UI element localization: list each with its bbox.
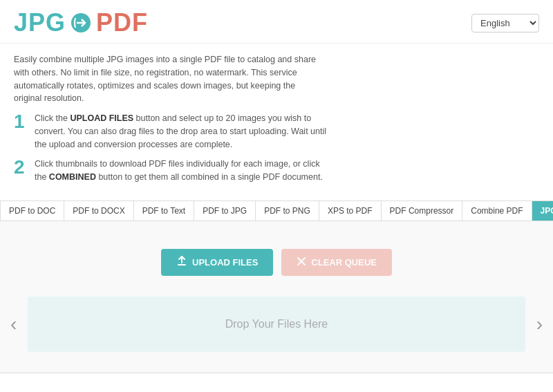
logo-jpg: JPG: [14, 8, 66, 37]
clear-icon: [297, 256, 306, 268]
drop-zone-wrapper: ‹ Drop Your Files Here ›: [28, 297, 525, 352]
tab-xps-to-pdf[interactable]: XPS to PDF: [319, 201, 382, 221]
step-2-bold: COMBINED: [49, 172, 96, 182]
next-arrow-icon[interactable]: ›: [529, 313, 550, 335]
upload-files-button[interactable]: UPLOAD FILES: [161, 249, 273, 276]
logo-arrow-icon: [70, 12, 92, 34]
step-1-number: 1: [14, 112, 28, 131]
header: JPG PDF English Français Español Deutsch…: [0, 0, 553, 44]
upload-icon: [176, 256, 187, 269]
step-2-text: Click thumbnails to download PDF files i…: [35, 158, 332, 184]
drop-zone-label: Drop Your Files Here: [225, 318, 328, 330]
tab-pdf-to-jpg[interactable]: PDF to JPG: [194, 201, 256, 221]
step-2-number: 2: [14, 158, 28, 177]
upload-button-label: UPLOAD FILES: [192, 257, 258, 268]
tabs-bar: PDF to DOC PDF to DOCX PDF to Text PDF t…: [0, 200, 553, 221]
drop-zone[interactable]: Drop Your Files Here: [28, 297, 525, 352]
main-area: UPLOAD FILES CLEAR QUEUE ‹ Drop Your Fil…: [0, 221, 553, 373]
prev-arrow-icon[interactable]: ‹: [3, 313, 24, 335]
svg-rect-1: [178, 264, 186, 265]
step-1-text: Click the UPLOAD FILES button and select…: [35, 112, 332, 151]
description-text: Easily combine multiple JPG images into …: [14, 55, 316, 103]
logo: JPG PDF: [14, 8, 148, 37]
tab-pdf-compressor[interactable]: PDF Compressor: [382, 201, 463, 221]
tab-pdf-to-text[interactable]: PDF to Text: [134, 201, 194, 221]
step-1: 1 Click the UPLOAD FILES button and sele…: [14, 112, 539, 151]
logo-to: [68, 12, 93, 34]
buttons-row: UPLOAD FILES CLEAR QUEUE: [161, 249, 392, 276]
tab-pdf-to-docx[interactable]: PDF to DOCX: [64, 201, 133, 221]
description: Easily combine multiple JPG images into …: [0, 44, 332, 112]
tab-pdf-to-doc[interactable]: PDF to DOC: [0, 201, 64, 221]
tab-jpg-to-pdf[interactable]: JPG to PDF: [532, 201, 553, 221]
clear-button-label: CLEAR QUEUE: [311, 257, 377, 268]
step-1-bold: UPLOAD FILES: [70, 113, 133, 123]
step-2: 2 Click thumbnails to download PDF files…: [14, 158, 539, 184]
steps: 1 Click the UPLOAD FILES button and sele…: [0, 112, 553, 200]
tab-combine-pdf[interactable]: Combine PDF: [462, 201, 532, 221]
logo-pdf: PDF: [96, 8, 148, 37]
language-select[interactable]: English Français Español Deutsch Portugu…: [471, 14, 539, 32]
clear-queue-button[interactable]: CLEAR QUEUE: [281, 249, 392, 276]
tab-pdf-to-png[interactable]: PDF to PNG: [256, 201, 319, 221]
